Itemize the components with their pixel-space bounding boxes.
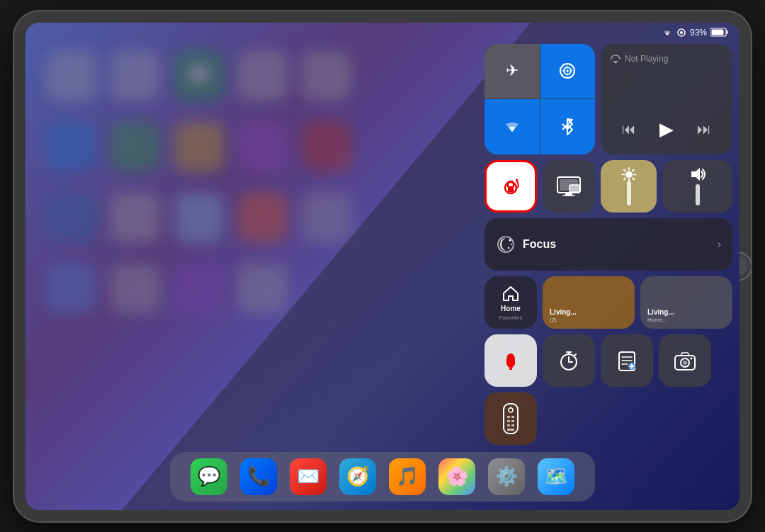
svg-point-33 — [511, 244, 512, 245]
svg-rect-63 — [507, 424, 510, 426]
airplane-mode-button[interactable]: ✈ — [484, 44, 540, 99]
focus-label: Focus — [523, 238, 556, 251]
dock-phone-icon[interactable]: 📞 — [240, 458, 277, 495]
home-button-cc[interactable]: Home Favorites — [484, 276, 537, 329]
now-playing-tile: Not Playing ⏮ ▶ ⏭ — [601, 44, 732, 154]
cc-connectivity-tile: ✈ — [484, 44, 595, 154]
room-tile-2[interactable]: Living... Home... — [640, 276, 732, 329]
notes-icon — [616, 350, 638, 371]
orientation-lock-button[interactable] — [484, 160, 537, 213]
volume-icon — [690, 167, 706, 181]
room-1-label: Living... — [550, 308, 577, 316]
room-2-sub: Home... — [647, 317, 667, 323]
np-next-button[interactable]: ⏭ — [693, 117, 715, 142]
screen: 💬 — [26, 23, 740, 510]
hotspot-cc-icon — [557, 61, 577, 81]
dock-music-icon[interactable]: 🎵 — [389, 458, 426, 495]
mute-button[interactable] — [484, 334, 537, 387]
dock: 💬 📞 ✉️ 🧭 🎵 🌸 ⚙️ 🗺️ — [170, 452, 595, 502]
volume-slider[interactable] — [662, 160, 732, 213]
cc-row-3: Focus › — [484, 218, 732, 271]
camera-icon — [674, 351, 696, 370]
svg-rect-19 — [562, 195, 575, 196]
svg-point-35 — [505, 235, 507, 237]
focus-icon — [496, 234, 516, 254]
airplane-icon: ✈ — [506, 63, 518, 79]
remote-icon — [501, 403, 521, 434]
remote-button[interactable] — [484, 392, 537, 445]
np-header: Not Playing — [611, 54, 722, 64]
svg-point-1 — [680, 31, 683, 34]
svg-point-55 — [691, 357, 693, 359]
cc-row-5 — [484, 334, 732, 387]
cc-row-6 — [484, 392, 732, 445]
svg-rect-20 — [570, 185, 579, 192]
ipad-frame: 💬 — [14, 11, 751, 521]
room-1-sub: (2) — [550, 317, 557, 323]
svg-rect-60 — [511, 416, 514, 418]
bluetooth-icon — [561, 118, 574, 136]
wifi-cc-button[interactable] — [484, 99, 540, 154]
svg-line-26 — [623, 169, 625, 171]
svg-line-27 — [632, 178, 633, 179]
svg-point-34 — [508, 247, 509, 248]
timer-button[interactable] — [543, 334, 595, 387]
dock-settings-icon[interactable]: ⚙️ — [488, 458, 525, 495]
dock-maps-icon[interactable]: 🗺️ — [538, 458, 574, 495]
svg-rect-4 — [712, 30, 724, 35]
focus-button[interactable]: Focus › — [484, 218, 732, 271]
brightness-slider[interactable] — [601, 160, 657, 213]
home-sublabel: Favorites — [499, 315, 523, 321]
svg-rect-59 — [507, 416, 510, 418]
brightness-icon — [621, 167, 637, 182]
battery-percent: 93% — [690, 28, 707, 38]
dock-photos-icon[interactable]: 🌸 — [438, 458, 475, 495]
svg-point-36 — [513, 243, 515, 245]
svg-point-54 — [683, 361, 687, 365]
screen-mirror-icon — [557, 176, 581, 196]
room-tile-1[interactable]: Living... (2) — [543, 276, 635, 329]
notes-button[interactable] — [601, 334, 653, 387]
cc-row-4: Home Favorites Living... (2) Living... H… — [484, 276, 732, 329]
np-prev-button[interactable]: ⏮ — [618, 117, 640, 142]
bluetooth-button[interactable] — [540, 99, 596, 154]
svg-rect-62 — [511, 420, 514, 422]
svg-line-28 — [632, 169, 633, 171]
dock-mail-icon[interactable]: ✉️ — [290, 458, 327, 495]
hotspot-button[interactable] — [540, 44, 596, 99]
battery-icon — [710, 28, 728, 37]
svg-point-57 — [509, 408, 513, 412]
svg-rect-65 — [507, 429, 514, 431]
not-playing-label: Not Playing — [625, 54, 722, 64]
np-controls: ⏮ ▶ ⏭ — [611, 114, 722, 145]
wifi-icon — [662, 28, 673, 37]
np-play-button[interactable]: ▶ — [655, 114, 678, 145]
room-2-label: Living... — [647, 308, 674, 316]
svg-point-32 — [509, 239, 511, 241]
screen-mirror-button[interactable] — [543, 160, 595, 213]
home-icon — [502, 284, 520, 302]
status-bar: 93% — [26, 23, 740, 43]
wifi-cc-icon — [503, 119, 521, 135]
svg-rect-38 — [509, 368, 512, 370]
home-label: Home — [501, 305, 521, 312]
svg-marker-30 — [691, 168, 700, 181]
svg-rect-64 — [511, 424, 514, 426]
focus-chevron-icon: › — [718, 238, 721, 251]
orientation-lock-icon — [498, 174, 523, 199]
hotspot-icon — [676, 28, 686, 38]
control-center: ✈ — [484, 44, 732, 445]
cc-row-2 — [484, 160, 732, 213]
dock-messages-icon[interactable]: 💬 — [191, 458, 227, 495]
camera-button[interactable] — [659, 334, 711, 387]
svg-rect-14 — [508, 186, 514, 192]
svg-line-29 — [623, 178, 625, 179]
cc-row-1: ✈ — [484, 44, 732, 154]
svg-rect-3 — [727, 30, 728, 34]
timer-icon — [558, 350, 579, 371]
dock-safari-icon[interactable]: 🧭 — [339, 458, 376, 495]
svg-point-21 — [625, 171, 632, 177]
airplay-icon — [611, 54, 620, 64]
status-icons: 93% — [662, 28, 728, 38]
mute-icon — [501, 351, 521, 370]
